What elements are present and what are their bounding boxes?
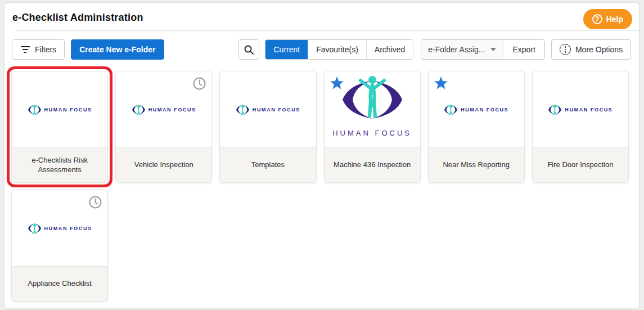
card-image-area: HUMAN FOCUS	[429, 71, 524, 147]
efolder-card[interactable]: HUMAN FOCUS Fire Door Inspection	[532, 71, 629, 183]
human-focus-eye-icon	[444, 104, 458, 116]
tab-current[interactable]: Current	[265, 40, 308, 59]
card-image-area: HUMAN FOCUS	[12, 71, 107, 147]
tab-favourites[interactable]: Favourite(s)	[308, 40, 366, 59]
tab-archived[interactable]: Archived	[366, 40, 413, 59]
assign-export-group: e-Folder Assig... Export	[421, 39, 545, 60]
export-button-label: Export	[512, 45, 535, 54]
search-button[interactable]	[238, 39, 259, 60]
human-focus-logo: HUMAN FOCUS	[548, 104, 613, 116]
brand-text: HUMAN FOCUS	[565, 107, 613, 113]
efolder-card[interactable]: HUMAN FOCUS e-Checklists Risk Assessment…	[11, 71, 108, 183]
filters-button[interactable]: Filters	[12, 39, 65, 60]
human-focus-logo: HUMAN FOCUS	[236, 104, 300, 116]
card-image-area: HUMAN FOCUS	[220, 71, 316, 147]
card-label-text: Appliance Checklist	[28, 279, 91, 289]
create-new-efolder-label: Create New e-Folder	[79, 45, 155, 54]
brand-text: HUMAN FOCUS	[148, 107, 196, 113]
brand-text: HUMAN FOCUS	[253, 107, 300, 113]
efolder-card[interactable]: HUMAN FOCUS Machine 436 Inspection	[324, 71, 421, 183]
efolder-assignment-dropdown[interactable]: e-Folder Assig...	[421, 40, 503, 59]
card-image-area: HUMAN FOCUS	[116, 71, 211, 147]
brand-text: HUMAN FOCUS	[44, 226, 92, 231]
pending-clock-icon	[193, 77, 206, 90]
human-focus-eye-icon	[132, 104, 146, 116]
efolder-card[interactable]: HUMAN FOCUS Vehicle Inspection	[115, 71, 212, 183]
card-label: Appliance Checklist	[12, 266, 107, 301]
human-focus-eye-icon	[28, 104, 42, 116]
brand-text: HUMAN FOCUS	[332, 129, 412, 137]
more-options-label: More Options	[575, 45, 623, 54]
more-options-button[interactable]: More Options	[551, 39, 631, 60]
card-label: Near Miss Reporting	[429, 147, 524, 182]
human-focus-logo: HUMAN FOCUS	[28, 222, 92, 235]
efolder-assignment-dropdown-label: e-Folder Assig...	[428, 45, 485, 54]
efolder-card[interactable]: HUMAN FOCUS Near Miss Reporting	[428, 71, 525, 183]
card-label: Fire Door Inspection	[533, 147, 628, 182]
card-image-area: HUMAN FOCUS	[12, 190, 107, 266]
help-button[interactable]: ? Help	[583, 9, 632, 29]
favourite-star-icon	[434, 76, 448, 90]
human-focus-logo: HUMAN FOCUS	[132, 104, 196, 116]
filters-button-label: Filters	[35, 45, 56, 54]
card-image-area: HUMAN FOCUS	[533, 71, 628, 147]
create-new-efolder-button[interactable]: Create New e-Folder	[71, 39, 164, 60]
main-panel: e-Checklist Administration ? Help Filter…	[4, 3, 639, 308]
favourite-star-icon	[330, 76, 344, 90]
page-title: e-Checklist Administration	[12, 12, 629, 24]
card-label-text: Machine 436 Inspection	[334, 160, 411, 170]
human-focus-eye-icon	[236, 104, 250, 116]
card-label-text: e-Checklists Risk Assessments	[17, 156, 102, 175]
card-label: Templates	[220, 147, 316, 182]
card-label-text: Templates	[251, 160, 285, 170]
card-label: Machine 436 Inspection	[325, 147, 420, 182]
filter-icon	[20, 46, 30, 53]
efolder-card[interactable]: HUMAN FOCUS Templates	[219, 71, 316, 183]
view-tabs: CurrentFavourite(s)Archived	[265, 39, 413, 60]
chevron-down-icon	[490, 48, 496, 51]
card-label-text: Vehicle Inspection	[134, 160, 193, 170]
card-label-text: Fire Door Inspection	[547, 160, 613, 170]
toolbar: Filters Create New e-Folder CurrentFavou…	[4, 31, 639, 68]
question-circle-icon: ?	[592, 14, 602, 24]
human-focus-logo: HUMAN FOCUS	[444, 104, 508, 116]
card-image-area: HUMAN FOCUS	[325, 71, 420, 147]
card-label: Vehicle Inspection	[116, 147, 211, 182]
human-focus-eye-icon	[338, 74, 407, 125]
search-icon	[244, 44, 254, 55]
ellipsis-circle-icon	[560, 44, 571, 55]
efolder-card[interactable]: HUMAN FOCUS Appliance Checklist	[11, 190, 108, 302]
human-focus-eye-icon	[28, 222, 42, 235]
efolder-card-grid: HUMAN FOCUS e-Checklists Risk Assessment…	[4, 68, 639, 307]
human-focus-logo: HUMAN FOCUS	[28, 104, 92, 116]
card-label-text: Near Miss Reporting	[443, 160, 510, 170]
page-header: e-Checklist Administration ? Help	[4, 3, 639, 30]
export-button[interactable]: Export	[503, 40, 544, 59]
brand-text: HUMAN FOCUS	[44, 107, 92, 113]
human-focus-logo-large: HUMAN FOCUS	[332, 74, 412, 137]
help-button-label: Help	[606, 15, 623, 24]
human-focus-eye-icon	[548, 104, 562, 116]
card-label: e-Checklists Risk Assessments	[12, 147, 107, 182]
pending-clock-icon	[89, 196, 102, 209]
brand-text: HUMAN FOCUS	[461, 107, 508, 113]
